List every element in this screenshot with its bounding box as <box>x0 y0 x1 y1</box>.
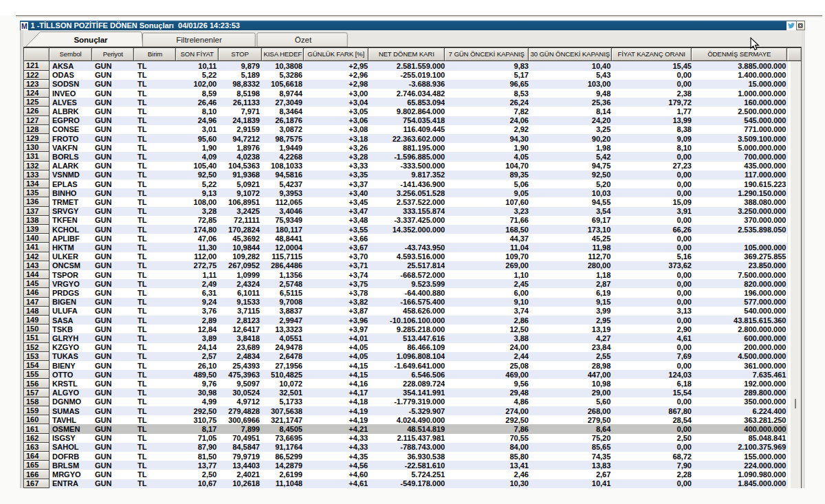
svg-text:Özet: Özet <box>295 36 312 44</box>
svg-text:Sonuçlar: Sonuçlar <box>74 36 108 44</box>
svg-text:Filtrelenenler: Filtrelenenler <box>176 36 222 44</box>
